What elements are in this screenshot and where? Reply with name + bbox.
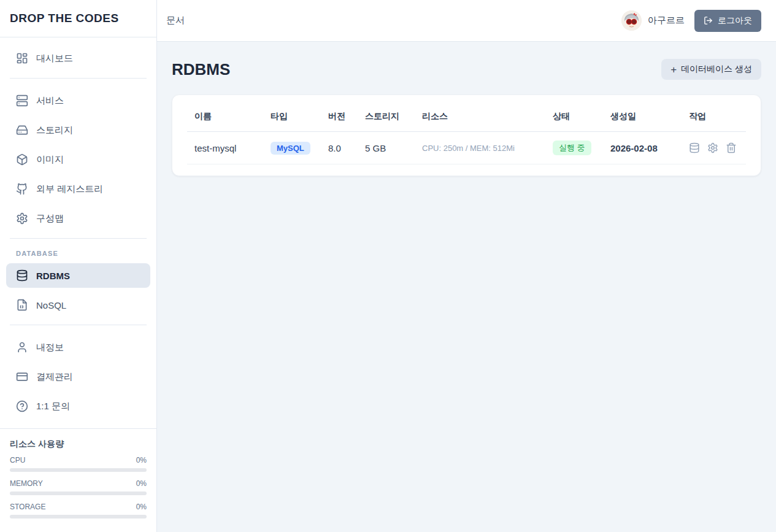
- package-icon: [16, 153, 28, 166]
- resource-usage-panel: 리소스 사용량 CPU 0% MEMORY 0% STORAGE 0%: [0, 428, 156, 532]
- main-area: 문서 아구르르: [157, 0, 776, 532]
- sidebar-item-dashboard[interactable]: 대시보드: [6, 46, 150, 71]
- sidebar-item-images[interactable]: 이미지: [6, 147, 150, 172]
- content: RDBMS + 데이터베이스 생성 이름 타입: [157, 42, 776, 191]
- cpu-meter-value: 0%: [136, 456, 147, 465]
- dashboard-icon: [16, 52, 28, 64]
- sidebar-item-rdbms[interactable]: RDBMS: [6, 263, 150, 288]
- logout-button[interactable]: 로그아웃: [694, 10, 761, 32]
- database-icon: [689, 142, 700, 153]
- trash-icon: [726, 142, 737, 153]
- logout-icon: [704, 16, 713, 25]
- sidebar-item-billing[interactable]: 결제관리: [6, 364, 150, 389]
- cpu-meter-track: [10, 468, 147, 472]
- sidebar-item-label: 외부 레지스트리: [36, 183, 103, 195]
- col-type: 타입: [263, 100, 321, 132]
- user-icon: [16, 341, 28, 353]
- database-icon: [16, 269, 28, 282]
- plus-icon: +: [670, 64, 677, 75]
- sidebar-item-label: 대시보드: [36, 53, 73, 64]
- sidebar-item-label: 스토리지: [36, 125, 73, 136]
- divider: [10, 238, 147, 239]
- cell-status: 실행 중: [545, 132, 603, 164]
- sidebar-item-label: 서비스: [36, 95, 64, 107]
- logout-label: 로그아웃: [718, 15, 752, 26]
- table-row: test-mysql MySQL 8.0 5 GB CPU: 250m / ME…: [187, 132, 746, 164]
- cell-name: test-mysql: [187, 132, 263, 164]
- database-table: 이름 타입 버전 스토리지 리소스 상태 생성일 작업 test-mysql: [187, 100, 746, 164]
- sidebar-item-external-registry[interactable]: 외부 레지스트리: [6, 177, 150, 201]
- database-section-label: DATABASE: [6, 249, 150, 263]
- topbar: 문서 아구르르: [157, 0, 776, 42]
- cell-type: MySQL: [263, 132, 321, 164]
- memory-meter: MEMORY 0%: [10, 479, 147, 495]
- storage-meter-value: 0%: [136, 503, 147, 511]
- sidebar-item-label: 내정보: [36, 342, 64, 353]
- sidebar-item-inquiry[interactable]: 1:1 문의: [6, 394, 150, 418]
- table-header-row: 이름 타입 버전 스토리지 리소스 상태 생성일 작업: [187, 100, 746, 132]
- sidebar-item-label: 구성맵: [36, 213, 64, 225]
- sidebar-item-label: 1:1 문의: [36, 401, 70, 412]
- sidebar: DROP THE CODES 대시보드 서비스 스토리지: [0, 0, 157, 532]
- logo-wrap: DROP THE CODES: [0, 0, 156, 37]
- avatar: [621, 10, 642, 31]
- sidebar-item-nosql[interactable]: NoSQL: [6, 293, 150, 317]
- col-resources: 리소스: [415, 100, 545, 132]
- storage-meter: STORAGE 0%: [10, 503, 147, 519]
- cell-created: 2026-02-08: [603, 132, 682, 164]
- docs-link[interactable]: 문서: [166, 15, 185, 26]
- server-icon: [16, 94, 28, 107]
- sidebar-item-label: 이미지: [36, 154, 64, 166]
- gear-icon: [707, 142, 718, 153]
- divider: [10, 325, 147, 325]
- type-badge: MySQL: [271, 142, 310, 155]
- page-title: RDBMS: [172, 60, 230, 79]
- col-name: 이름: [187, 100, 263, 132]
- sidebar-item-my-info[interactable]: 내정보: [6, 335, 150, 360]
- database-action-button[interactable]: [689, 142, 700, 153]
- gear-icon: [16, 212, 28, 225]
- create-database-button[interactable]: + 데이터베이스 생성: [661, 59, 761, 80]
- sidebar-item-storage[interactable]: 스토리지: [6, 118, 150, 142]
- page-head: RDBMS + 데이터베이스 생성: [172, 56, 761, 82]
- storage-meter-track: [10, 515, 147, 519]
- sidebar-item-label: RDBMS: [36, 271, 70, 281]
- brand-logo: DROP THE CODES: [10, 12, 119, 25]
- sidebar-item-label: 결제관리: [36, 371, 73, 383]
- create-database-label: 데이터베이스 생성: [681, 64, 752, 75]
- col-version: 버전: [321, 100, 358, 132]
- col-status: 상태: [545, 100, 603, 132]
- status-badge: 실행 중: [553, 141, 591, 155]
- github-icon: [16, 183, 28, 195]
- app-root: DROP THE CODES 대시보드 서비스 스토리지: [0, 0, 776, 532]
- file-code-icon: [16, 299, 28, 311]
- col-storage: 스토리지: [358, 100, 415, 132]
- memory-meter-value: 0%: [136, 479, 147, 488]
- sidebar-item-label: NoSQL: [36, 300, 66, 310]
- sidebar-item-services[interactable]: 서비스: [6, 88, 150, 113]
- cpu-meter-label: CPU: [10, 456, 25, 465]
- resource-usage-title: 리소스 사용량: [10, 439, 147, 450]
- divider: [10, 78, 147, 79]
- credit-card-icon: [16, 371, 28, 383]
- sidebar-nav: 대시보드 서비스 스토리지 이미지: [0, 37, 156, 428]
- delete-action-button[interactable]: [726, 142, 737, 153]
- cell-version: 8.0: [321, 132, 358, 164]
- sidebar-item-configmap[interactable]: 구성맵: [6, 206, 150, 231]
- storage-meter-label: STORAGE: [10, 503, 45, 511]
- col-actions: 작업: [682, 100, 746, 132]
- memory-meter-track: [10, 492, 147, 495]
- cell-storage: 5 GB: [358, 132, 415, 164]
- cpu-meter: CPU 0%: [10, 456, 147, 472]
- cell-resources: CPU: 250m / MEM: 512Mi: [415, 132, 545, 164]
- hard-drive-icon: [16, 124, 28, 136]
- user-box: 아구르르: [621, 10, 685, 31]
- username: 아구르르: [648, 15, 685, 26]
- settings-action-button[interactable]: [707, 142, 718, 153]
- col-created: 생성일: [603, 100, 682, 132]
- memory-meter-label: MEMORY: [10, 479, 43, 488]
- cell-actions: [682, 132, 746, 164]
- help-circle-icon: [16, 400, 28, 412]
- database-table-card: 이름 타입 버전 스토리지 리소스 상태 생성일 작업 test-mysql: [172, 94, 761, 176]
